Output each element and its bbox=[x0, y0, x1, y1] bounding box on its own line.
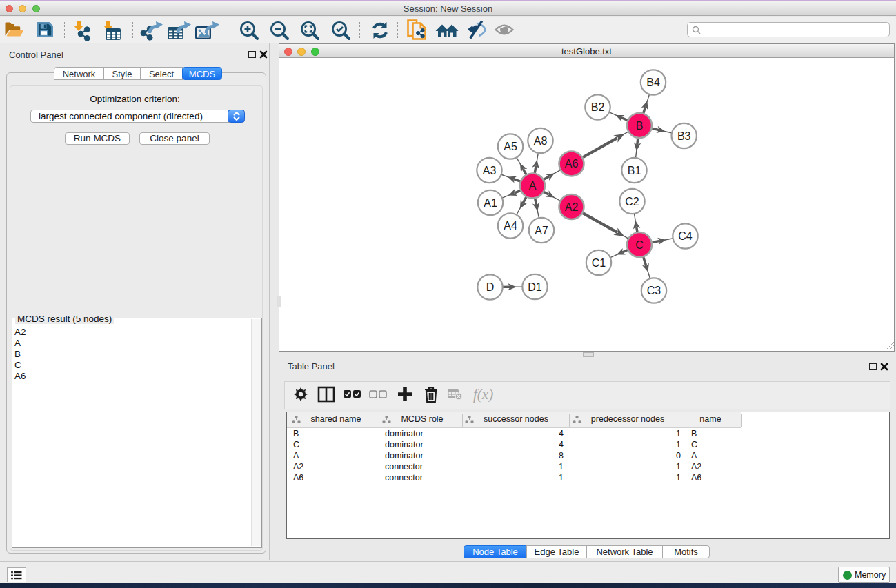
svg-text:C: C bbox=[635, 239, 644, 251]
svg-text:A4: A4 bbox=[504, 220, 517, 232]
svg-text:A6: A6 bbox=[565, 158, 579, 170]
svg-text:A7: A7 bbox=[535, 225, 548, 236]
svg-text:C3: C3 bbox=[647, 285, 661, 296]
svg-text:C1: C1 bbox=[592, 257, 606, 269]
svg-text:D1: D1 bbox=[528, 281, 542, 293]
svg-text:D: D bbox=[486, 281, 495, 293]
svg-text:A8: A8 bbox=[534, 135, 548, 147]
svg-text:A: A bbox=[529, 180, 537, 192]
svg-text:A5: A5 bbox=[504, 141, 517, 152]
svg-text:B4: B4 bbox=[646, 77, 660, 88]
svg-text:C4: C4 bbox=[678, 230, 693, 242]
svg-text:B: B bbox=[636, 120, 644, 132]
svg-text:A2: A2 bbox=[565, 201, 579, 213]
svg-text:A1: A1 bbox=[484, 197, 497, 209]
svg-text:B1: B1 bbox=[628, 165, 641, 176]
svg-text:C2: C2 bbox=[625, 196, 639, 207]
svg-text:B3: B3 bbox=[677, 130, 691, 142]
svg-text:A3: A3 bbox=[483, 165, 497, 176]
svg-text:B2: B2 bbox=[591, 101, 605, 113]
